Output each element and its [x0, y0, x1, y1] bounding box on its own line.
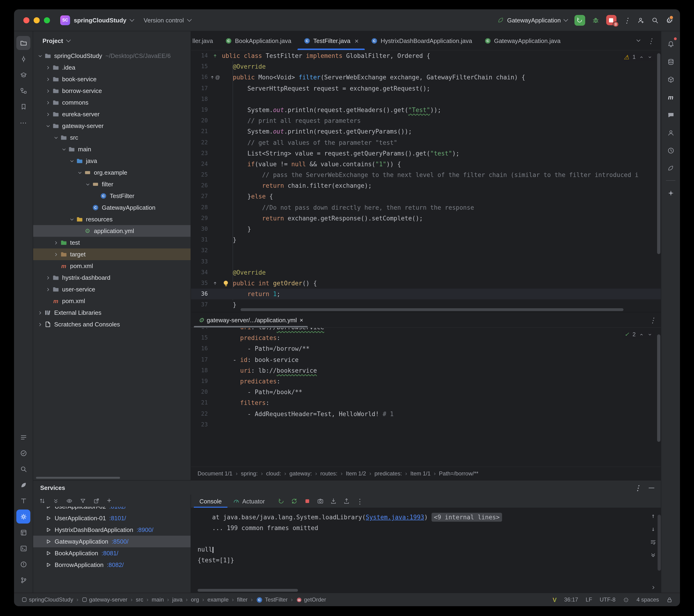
tool-button-structure[interactable] [16, 84, 30, 97]
status-crumb-gateway-server[interactable]: gateway-server [81, 596, 127, 603]
chevron-down-icon[interactable] [60, 145, 68, 153]
code-line-23[interactable]: 23 [191, 419, 661, 430]
previous-problem-icon[interactable] [639, 332, 644, 337]
chevron-right-icon[interactable] [44, 274, 52, 282]
tool-button-notifications[interactable] [664, 37, 678, 51]
chevron-down-icon[interactable] [44, 122, 52, 130]
readonly-lock-icon[interactable] [666, 597, 673, 603]
code-line-18[interactable]: 18 uri: lb://bookservice [191, 365, 661, 376]
chevron-right-icon[interactable] [44, 110, 52, 118]
indent-widget[interactable]: 4 spaces [637, 596, 659, 603]
tree-item-filter[interactable]: filter [33, 178, 190, 190]
close-icon[interactable]: × [299, 316, 303, 323]
code-line-22[interactable]: 22 // get all values of the parameter "t… [191, 137, 661, 148]
add-button[interactable]: + [107, 497, 111, 504]
breadcrumb-spring[interactable]: spring: [241, 470, 258, 477]
status-crumb-java[interactable]: java [172, 596, 183, 603]
settings-button[interactable]: ⚙ [665, 16, 673, 24]
status-crumb-main[interactable]: main [152, 596, 164, 603]
status-crumb-src[interactable]: src [136, 596, 143, 603]
more-button[interactable]: ⋮ [357, 497, 363, 505]
version-control-menu[interactable]: Version control [144, 17, 191, 23]
code-line-23[interactable]: 23 List<String> value = request.getQuery… [191, 148, 661, 159]
tree-item-test[interactable]: test [33, 237, 190, 249]
code-line-16[interactable]: 16@ public Mono<Void> filter(ServerWebEx… [191, 72, 661, 83]
close-tab-icon[interactable]: × [355, 37, 359, 44]
code-line-20[interactable]: 20 - Path=/book/** [191, 387, 661, 397]
rerun-button[interactable] [278, 498, 285, 504]
tree-item-book-service[interactable]: book-service [33, 73, 190, 85]
tool-button-spring[interactable] [16, 478, 30, 492]
tool-button-spring-boot[interactable] [664, 161, 678, 175]
encoding-widget[interactable]: UTF-8 [600, 596, 616, 603]
code-line-20[interactable]: 20 // print all request parameters [191, 115, 661, 126]
open-new-button[interactable] [93, 497, 99, 504]
tool-button-todo[interactable] [16, 430, 30, 444]
services-options-button[interactable]: ⋮ [634, 484, 641, 491]
code-line-17[interactable]: 17 - id: book-service [191, 354, 661, 365]
yml-vertical-scrollbar[interactable] [657, 334, 660, 442]
tree-item-gateway-server[interactable]: gateway-server [33, 120, 190, 132]
tree-item-gatewayapplication[interactable]: CGatewayApplication [33, 202, 190, 214]
tool-button-dependencies[interactable] [664, 72, 678, 86]
run-configuration-select[interactable]: GatewayApplication [497, 17, 567, 23]
project-panel-header[interactable]: Project [33, 31, 190, 50]
tool-button-learn[interactable] [16, 68, 30, 82]
tool-button-more-tools[interactable]: ⋯ [16, 115, 30, 129]
chevron-right-icon[interactable] [36, 309, 44, 316]
line-ending-widget[interactable]: LF [586, 596, 592, 603]
thread-dump-button[interactable] [317, 498, 324, 504]
collapse-all-button[interactable] [53, 497, 59, 504]
tool-button-ai-chat[interactable] [664, 108, 678, 122]
status-crumb-example[interactable]: example [207, 596, 229, 603]
tree-item-testfilter[interactable]: CTestFilter [33, 190, 190, 202]
chevron-down-icon[interactable] [68, 216, 76, 223]
service-gatewayapplication[interactable]: GatewayApplication:8500/ [33, 536, 190, 547]
service-port-link[interactable]: :8102/ [109, 507, 126, 510]
tree-item-scratches-and-consoles[interactable]: Scratches and Consoles [33, 319, 190, 330]
background-tasks-icon[interactable] [623, 597, 629, 603]
tool-button-find[interactable] [16, 462, 30, 476]
chevron-right-icon[interactable] [44, 75, 52, 83]
intention-bulb-icon[interactable] [224, 281, 228, 285]
tree-item-target[interactable]: target [33, 249, 190, 260]
service-bookapplication[interactable]: BookApplication:8081/ [33, 547, 190, 559]
code-line-28[interactable]: 28 //Do not pass down directly here, the… [191, 202, 661, 213]
tab-console[interactable]: Console [194, 494, 227, 508]
service-hystrixdashboardapplication[interactable]: HystrixDashBoardApplication:8900/ [33, 524, 190, 536]
code-line-22[interactable]: 22 - AddRequestHeader=Test, HelloWorld! … [191, 409, 661, 419]
expand-console-icon[interactable] [651, 585, 656, 590]
tool-button-terminal[interactable] [16, 541, 30, 555]
vcs-widget[interactable]: V [553, 596, 557, 603]
code-line-19[interactable]: 19 predicates: [191, 376, 661, 387]
code-line-31[interactable]: 31 } [191, 234, 661, 245]
tool-button-database[interactable] [664, 55, 678, 69]
yml-editor-options-button[interactable]: ⋮ [649, 316, 656, 323]
code-line-15[interactable]: 15 @Override [191, 61, 661, 72]
project-widget[interactable]: SC springCloudStudy [60, 15, 133, 25]
stop-button[interactable]: 8 [606, 15, 617, 25]
code-line-14[interactable]: 14ublic class TestFilter implements Glob… [191, 51, 661, 61]
editor-tab-bookapplication-java[interactable]: CBookApplication.java [219, 31, 297, 50]
tree-item-idea[interactable]: .idea [33, 62, 190, 73]
tree-item-resources[interactable]: resources [33, 214, 190, 225]
service-port-link[interactable]: :8082/ [107, 561, 124, 568]
service-port-link[interactable]: :8101/ [109, 515, 126, 522]
service-port-link[interactable]: :8500/ [112, 538, 128, 545]
breadcrumb-document-1-1[interactable]: Document 1/1 [198, 470, 232, 477]
export-button[interactable] [343, 498, 350, 504]
breadcrumb-routes[interactable]: routes: [321, 470, 337, 477]
code-line-16[interactable]: 16 - Path=/borrow/** [191, 344, 661, 354]
code-line-14[interactable]: 14 uri: lb://borrowservice [191, 328, 661, 332]
tool-button-maven[interactable]: m [664, 90, 678, 104]
code-line-33[interactable]: 33 [191, 256, 661, 267]
breadcrumb-item-1-2[interactable]: Item 1/2 [346, 470, 366, 477]
code-line-21[interactable]: 21 filters: [191, 398, 661, 409]
services-header[interactable]: Services ⋮ — [33, 481, 661, 494]
breadcrumb-predicates[interactable]: predicates: [375, 470, 402, 477]
service-port-link[interactable]: :8900/ [136, 526, 153, 533]
chevron-down-icon[interactable] [36, 52, 44, 59]
yml-editor[interactable]: 14 uri: lb://borrowservice15 predicates:… [191, 328, 661, 467]
console-horizontal-scrollbar[interactable] [198, 589, 298, 592]
code-line-26[interactable]: 26 return chain.filter(exchange); [191, 181, 661, 191]
